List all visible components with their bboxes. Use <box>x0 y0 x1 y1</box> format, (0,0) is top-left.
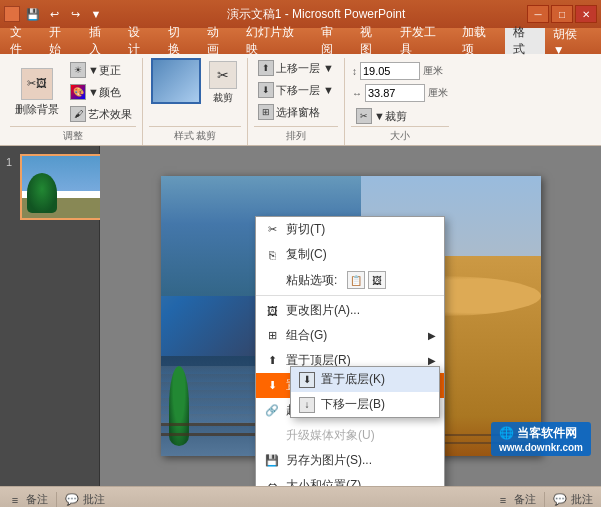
paste-icon <box>264 272 280 288</box>
adjust-buttons: ✂🖼 删除背景 ☀ ▼更正 🎨 ▼颜色 🖌 艺术效果 <box>10 58 136 126</box>
ctx-paste-label: 粘贴选项: <box>286 272 337 289</box>
delete-bg-button[interactable]: ✂🖼 删除背景 <box>10 65 64 120</box>
redo-button[interactable]: ↪ <box>66 5 84 23</box>
width-input[interactable] <box>365 84 425 102</box>
change-image-icon: 🖼 <box>264 303 280 319</box>
menu-animations[interactable]: 动画 <box>199 28 238 54</box>
menu-view[interactable]: 视图 <box>352 28 391 54</box>
comments-icon-2: 💬 <box>553 493 567 507</box>
selection-pane-icon: ⊞ <box>258 104 274 120</box>
save-button[interactable]: 💾 <box>24 5 42 23</box>
art-effects-button[interactable]: 🖌 艺术效果 <box>66 104 136 124</box>
watermark: 🌐 当客软件网 www.downkr.com <box>491 422 591 456</box>
ctx-group[interactable]: ⊞ 组合(G) ▶ <box>256 323 444 348</box>
menu-transitions[interactable]: 切换 <box>160 28 199 54</box>
bring-front-icon: ⬆ <box>258 60 274 76</box>
width-row: ↔ 厘米 <box>352 84 448 102</box>
ctx-save-image[interactable]: 💾 另存为图片(S)... <box>256 448 444 473</box>
title-bar-left: 💾 ↩ ↪ ▼ <box>4 5 105 23</box>
minimize-button[interactable]: ─ <box>527 5 549 23</box>
delete-bg-label: 删除背景 <box>15 102 59 117</box>
ctx-sep-1 <box>256 295 444 296</box>
slide-number: 1 <box>6 156 12 168</box>
ribbon: ✂🖼 删除背景 ☀ ▼更正 🎨 ▼颜色 🖌 艺术效果 <box>0 54 601 146</box>
bring-front-button[interactable]: ⬆ 上移一层 ▼ <box>254 58 338 78</box>
maximize-button[interactable]: □ <box>551 5 573 23</box>
ctx-change-image[interactable]: 🖼 更改图片(A)... <box>256 298 444 323</box>
ribbon-group-picture-style: ✂ 裁剪 样式 裁剪 <box>143 58 248 145</box>
submenu: ⬇ 置于底层(K) ↓ 下移一层(B) <box>290 366 440 418</box>
main-area: 1 <box>0 146 601 486</box>
app-icon <box>4 6 20 22</box>
send-back-button[interactable]: ⬇ 下移一层 ▼ <box>254 80 338 100</box>
ctx-paste[interactable]: 粘贴选项: 📋 🖼 <box>256 267 444 293</box>
customize-button[interactable]: ▼ <box>87 5 105 23</box>
ribbon-group-arrange: ⬆ 上移一层 ▼ ⬇ 下移一层 ▼ ⊞ 选择窗格 排列 <box>248 58 345 145</box>
undo-button[interactable]: ↩ <box>45 5 63 23</box>
selection-pane-button[interactable]: ⊞ 选择窗格 <box>254 102 324 122</box>
menu-home[interactable]: 开始 <box>41 28 80 54</box>
ctx-upgrade-media: 升级媒体对象(U) <box>256 423 444 448</box>
menu-addins[interactable]: 加载项 <box>454 28 505 54</box>
crop-size-button[interactable]: ✂ ▼裁剪 <box>352 106 411 126</box>
ctx-copy[interactable]: ⎘ 复制(C) <box>256 242 444 267</box>
paste-option-1[interactable]: 📋 <box>347 271 365 289</box>
cut-icon: ✂ <box>264 222 280 238</box>
ctx-cut[interactable]: ✂ 剪切(T) <box>256 217 444 242</box>
menu-slideshow[interactable]: 幻灯片放映 <box>238 28 312 54</box>
color-button[interactable]: 🎨 ▼颜色 <box>66 82 136 102</box>
menu-insert[interactable]: 插入 <box>81 28 120 54</box>
crop-size-icon: ✂ <box>356 108 372 124</box>
corrections-button[interactable]: ☀ ▼更正 <box>66 60 136 80</box>
quick-style-button[interactable] <box>151 58 201 104</box>
window-controls: ─ □ ✕ <box>527 5 597 23</box>
context-menu: ✂ 剪切(T) ⎘ 复制(C) 粘贴选项: 📋 🖼 🖼 更改图片(A)... <box>255 216 445 486</box>
art-effects-icon: 🖌 <box>70 106 86 122</box>
submenu-backward-icon: ↓ <box>299 397 315 413</box>
status-comments-2: 💬 批注 <box>553 492 593 507</box>
color-icon: 🎨 <box>70 84 86 100</box>
slide-panel: 1 <box>0 146 100 486</box>
notes-icon-2: ≡ <box>496 493 510 507</box>
slide-thumbnail[interactable] <box>20 154 108 220</box>
status-comments: 💬 批注 <box>65 492 105 507</box>
menu-bar: 文件 开始 插入 设计 切换 动画 幻灯片放映 审阅 视图 开发工具 加载项 格… <box>0 28 601 54</box>
menu-review[interactable]: 审阅 <box>313 28 352 54</box>
menu-user[interactable]: 胡侯 ▼ <box>545 28 599 54</box>
ctx-size-position[interactable]: ⇔ 大小和位置(Z)... <box>256 473 444 486</box>
height-row: ↕ 厘米 <box>352 62 443 80</box>
paste-option-2[interactable]: 🖼 <box>368 271 386 289</box>
picture-style-label: 样式 裁剪 <box>149 126 241 145</box>
send-back-ctx-icon: ⬇ <box>264 378 280 394</box>
adjust-label: 调整 <box>10 126 136 145</box>
send-back-icon: ⬇ <box>258 82 274 98</box>
quick-access-toolbar: 💾 ↩ ↪ ▼ <box>24 5 105 23</box>
crop-icon: ✂ <box>209 61 237 89</box>
ribbon-content: ✂🖼 删除背景 ☀ ▼更正 🎨 ▼颜色 🖌 艺术效果 <box>0 54 601 145</box>
canvas-area[interactable]: ✂ 剪切(T) ⎘ 复制(C) 粘贴选项: 📋 🖼 🖼 更改图片(A)... <box>100 146 601 486</box>
status-sep-2 <box>544 492 545 508</box>
group-icon: ⊞ <box>264 328 280 344</box>
height-input[interactable] <box>360 62 420 80</box>
status-notes-2: ≡ 备注 <box>496 492 536 507</box>
size-label: 大小 <box>351 126 449 145</box>
menu-file[interactable]: 文件 <box>2 28 41 54</box>
notes-icon: ≡ <box>8 493 22 507</box>
thumb-tree <box>27 173 57 213</box>
menu-format[interactable]: 格式 <box>505 28 544 54</box>
ctx-cut-label: 剪切(T) <box>286 221 325 238</box>
size-position-icon: ⇔ <box>264 478 280 487</box>
crop-button[interactable]: ✂ 裁剪 <box>205 58 241 108</box>
close-button[interactable]: ✕ <box>575 5 597 23</box>
menu-design[interactable]: 设计 <box>120 28 159 54</box>
status-bar: ≡ 备注 💬 批注 ≡ 备注 💬 批注 <box>0 486 601 507</box>
submenu-send-to-back[interactable]: ⬇ 置于底层(K) <box>291 367 439 392</box>
ribbon-group-adjust: ✂🖼 删除背景 ☀ ▼更正 🎨 ▼颜色 🖌 艺术效果 <box>4 58 143 145</box>
save-image-icon: 💾 <box>264 453 280 469</box>
menu-developer[interactable]: 开发工具 <box>392 28 455 54</box>
upgrade-media-icon <box>264 428 280 444</box>
status-notes: ≡ 备注 <box>8 492 48 507</box>
submenu-send-backward[interactable]: ↓ 下移一层(B) <box>291 392 439 417</box>
submenu-send-back-icon: ⬇ <box>299 372 315 388</box>
hyperlink-icon: 🔗 <box>264 403 280 419</box>
